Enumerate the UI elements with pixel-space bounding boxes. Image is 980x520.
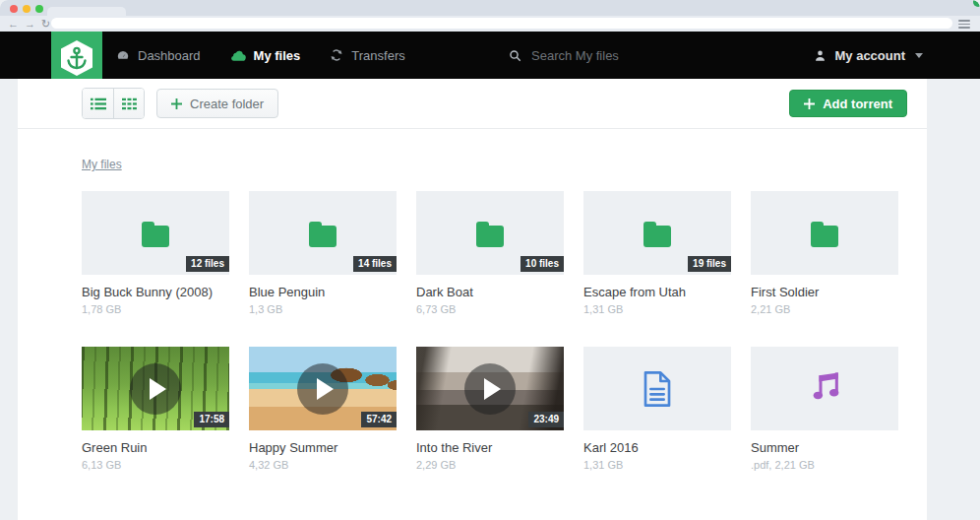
duration-badge: 17:58 xyxy=(194,412,229,427)
nav-item-my-files[interactable]: My files xyxy=(230,48,301,63)
nav-label-transfers: Transfers xyxy=(351,48,404,63)
file-card[interactable]: First Soldier 2,21 GB xyxy=(751,191,898,315)
file-size: 6,73 GB xyxy=(416,303,564,315)
gauge-icon xyxy=(116,48,130,62)
file-size: 2,21 GB xyxy=(751,303,898,315)
file-thumbnail: 23:49 xyxy=(416,347,564,430)
file-card[interactable]: 17:58 Green Ruin 6,13 GB xyxy=(82,347,229,471)
window-close-button[interactable] xyxy=(10,5,18,13)
browser-menu-icon[interactable] xyxy=(958,20,970,29)
file-size: 2,29 GB xyxy=(416,459,564,471)
file-size: 1,3 GB xyxy=(249,303,397,315)
file-grid: 12 files Big Buck Bunny (2008) 1,78 GB xyxy=(82,191,907,471)
file-name: Summer xyxy=(751,440,898,455)
search-icon xyxy=(509,49,521,62)
breadcrumb[interactable]: My files xyxy=(82,158,122,171)
files-section: My files 12 files xyxy=(18,129,927,471)
browser-refresh-icon[interactable]: ↻ xyxy=(41,19,50,30)
file-card[interactable]: 19 files Escape from Utah 1,31 GB xyxy=(583,191,731,315)
file-count-badge: 12 files xyxy=(186,256,229,272)
file-thumbnail: 17:58 xyxy=(82,347,229,430)
duration-badge: 57:42 xyxy=(361,412,397,427)
plus-icon xyxy=(804,98,815,109)
file-name: Into the River xyxy=(416,440,564,455)
add-torrent-button[interactable]: Add torrent xyxy=(789,90,907,117)
file-card[interactable]: 57:42 Happy Summer 4,32 GB xyxy=(249,347,397,471)
document-icon xyxy=(642,370,673,408)
file-thumbnail: 12 files xyxy=(82,191,229,275)
files-toolbar: Create folder Add torrent xyxy=(18,79,927,129)
grid-view-button[interactable] xyxy=(113,89,144,118)
file-count-badge: 19 files xyxy=(688,256,731,272)
window-zoom-button[interactable] xyxy=(35,5,43,13)
nav-item-transfers[interactable]: Transfers xyxy=(330,48,404,63)
main-panel: Create folder Add torrent My files xyxy=(18,79,927,520)
file-name: First Soldier xyxy=(751,285,898,299)
file-name: Green Ruin xyxy=(82,440,229,455)
view-toggle-group xyxy=(82,88,145,119)
plus-icon xyxy=(171,98,182,109)
file-size: 1,31 GB xyxy=(583,303,731,315)
url-bar[interactable] xyxy=(51,18,952,29)
navbar-search xyxy=(509,32,748,79)
search-input[interactable] xyxy=(531,48,748,63)
folder-icon xyxy=(305,219,340,248)
cloud-icon xyxy=(230,49,246,61)
browser-tab[interactable] xyxy=(47,7,126,16)
nav-item-dashboard[interactable]: Dashboard xyxy=(116,48,201,63)
file-size: 4,32 GB xyxy=(249,459,397,471)
folder-icon xyxy=(472,219,508,248)
browser-forward-icon[interactable]: → xyxy=(25,19,35,30)
browser-chrome: ← → ↻ xyxy=(0,0,980,32)
browser-titlebar xyxy=(0,0,980,16)
duration-badge: 23:49 xyxy=(528,412,564,427)
file-thumbnail: 10 files xyxy=(416,191,564,275)
putio-logo[interactable] xyxy=(51,32,102,86)
file-card[interactable]: 14 files Blue Penguin 1,3 GB xyxy=(249,191,397,315)
grid-view-icon xyxy=(122,98,137,110)
file-card[interactable]: 10 files Dark Boat 6,73 GB xyxy=(416,191,564,315)
file-thumbnail: 14 files xyxy=(249,191,397,275)
file-count-badge: 10 files xyxy=(521,256,564,272)
anchor-icon xyxy=(60,39,93,77)
play-icon[interactable] xyxy=(130,363,181,415)
file-size: 1,78 GB xyxy=(82,303,229,315)
nav-label-dashboard: Dashboard xyxy=(138,48,201,63)
file-name: Karl 2016 xyxy=(583,440,731,455)
play-icon[interactable] xyxy=(464,363,516,415)
file-name: Big Buck Bunny (2008) xyxy=(82,285,229,299)
list-view-icon xyxy=(91,98,106,110)
file-size: 6,13 GB xyxy=(82,459,229,471)
create-folder-button[interactable]: Create folder xyxy=(156,89,278,118)
folder-icon xyxy=(640,219,675,248)
list-view-button[interactable] xyxy=(83,89,113,118)
window-minimize-button[interactable] xyxy=(23,5,31,13)
folder-icon xyxy=(138,219,173,248)
account-label: My account xyxy=(834,48,905,63)
file-size: .pdf, 2,21 GB xyxy=(751,459,898,471)
file-thumbnail xyxy=(751,191,898,275)
music-note-icon xyxy=(807,371,842,407)
file-card[interactable]: Karl 2016 1,31 GB xyxy=(583,347,731,471)
file-name: Escape from Utah xyxy=(583,285,731,299)
file-size: 1,31 GB xyxy=(583,459,731,471)
browser-back-icon[interactable]: ← xyxy=(8,19,19,30)
app-navbar: Dashboard My files Transfers xyxy=(0,32,980,79)
file-name: Happy Summer xyxy=(249,440,397,455)
file-name: Dark Boat xyxy=(416,285,564,299)
file-card[interactable]: 23:49 Into the River 2,29 GB xyxy=(416,347,564,471)
account-menu[interactable]: My account xyxy=(814,32,923,79)
create-folder-label: Create folder xyxy=(190,97,264,111)
chevron-down-icon xyxy=(915,53,923,58)
file-thumbnail: 57:42 xyxy=(249,347,397,430)
file-card[interactable]: Summer .pdf, 2,21 GB xyxy=(751,347,898,471)
user-icon xyxy=(814,49,827,62)
nav-label-my-files: My files xyxy=(254,48,301,63)
file-thumbnail: 19 files xyxy=(583,191,731,275)
add-torrent-label: Add torrent xyxy=(823,97,892,111)
browser-toolbar: ← → ↻ xyxy=(0,16,980,32)
corner-green-dot xyxy=(973,0,980,7)
file-count-badge: 14 files xyxy=(353,256,397,272)
file-card[interactable]: 12 files Big Buck Bunny (2008) 1,78 GB xyxy=(82,191,229,315)
play-icon[interactable] xyxy=(297,363,348,415)
